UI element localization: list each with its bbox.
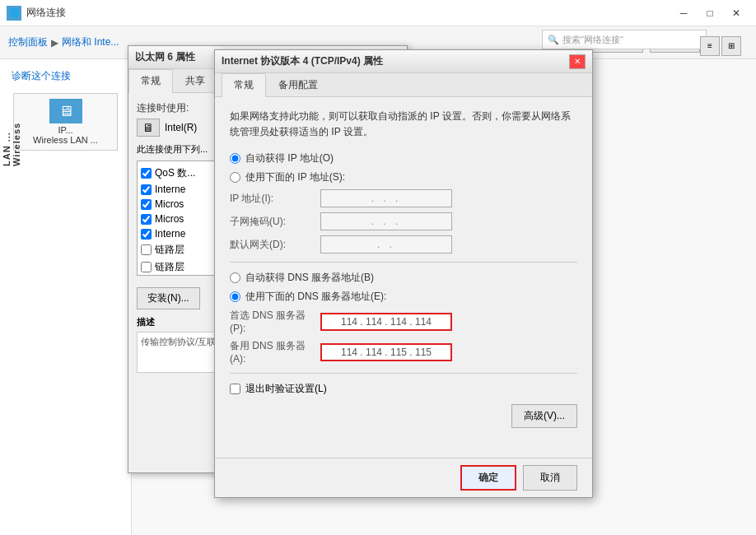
secondary-dns-input[interactable]: 114 . 114 . 115 . 115 (320, 343, 452, 361)
subnet-input[interactable]: . . . (320, 212, 452, 230)
cb-label-qos: QoS 数... (155, 166, 195, 180)
radio-manual-dns-label: 使用下面的 DNS 服务器地址(E): (245, 290, 386, 304)
advanced-row: 高级(V)... (230, 404, 577, 428)
radio-auto-dns-row: 自动获得 DNS 服务器地址(B) (230, 271, 577, 285)
ok-button[interactable]: 确定 (460, 465, 516, 491)
search-placeholder: 搜索"网络连接" (562, 34, 623, 46)
window-icon: 🌐 (7, 6, 21, 21)
view-grid-button[interactable]: ⊞ (721, 36, 741, 56)
gateway-label: 默认网关(D): (230, 238, 320, 252)
wireless-label: Wireless LAN ... (2, 107, 21, 166)
breadcrumb-network[interactable]: 网络和 Inte... (62, 35, 119, 49)
ipv4-titlebar: Internet 协议版本 4 (TCP/IPv4) 属性 ✕ (215, 50, 592, 73)
exit-validate-label: 退出时验证设置(L) (245, 382, 327, 396)
close-button[interactable]: ✕ (723, 2, 749, 25)
radio-manual-dns[interactable] (230, 291, 240, 302)
subnet-dots: . . . (371, 216, 402, 227)
cancel-button[interactable]: 取消 (523, 465, 577, 491)
gateway-input[interactable]: . . (320, 235, 452, 254)
window-title: 网络连接 (26, 6, 66, 20)
primary-dns-input[interactable]: 114 . 114 . 114 . 114 (320, 313, 452, 331)
search-bar[interactable]: 🔍 搜索"网络连接" (542, 30, 707, 49)
gateway-row: 默认网关(D): . . (230, 235, 577, 254)
ethernet-tab-share[interactable]: 共享 (173, 69, 217, 92)
radio-manual-ip[interactable] (230, 172, 240, 183)
radio-manual-ip-row: 使用下面的 IP 地址(S): (230, 170, 577, 184)
primary-dns-label: 首选 DNS 服务器(P): (230, 309, 320, 334)
radio-auto-dns[interactable] (230, 272, 240, 283)
dialog-buttons: 确定 取消 (215, 458, 592, 497)
secondary-dns-label: 备用 DNS 服务器(A): (230, 339, 320, 365)
main-titlebar: 🌐 网络连接 ─ □ ✕ (0, 0, 756, 26)
advanced-button[interactable]: 高级(V)... (511, 404, 577, 428)
divider-1 (230, 262, 577, 263)
ipv4-dialog: Internet 协议版本 4 (TCP/IPv4) 属性 ✕ 常规 备用配置 … (214, 49, 593, 498)
window-controls: ─ □ ✕ (670, 2, 749, 25)
radio-auto-ip-row: 自动获得 IP 地址(O) (230, 151, 577, 165)
divider-2 (230, 373, 577, 374)
ipv4-title-controls: ✕ (569, 54, 586, 69)
ipv4-body: 如果网络支持此功能，则可以获取自动指派的 IP 设置。否则，你需要从网络系统管理… (215, 97, 592, 440)
secondary-dns-value: 114 . 114 . 115 . 115 (341, 347, 432, 358)
ipv4-title: Internet 协议版本 4 (TCP/IPv4) 属性 (222, 54, 383, 68)
ipv4-tab-general[interactable]: 常规 (222, 73, 266, 97)
cb-label-micros2: Micros (155, 213, 184, 225)
breadcrumb-sep-1: ▶ (51, 37, 58, 49)
network-name: IP... (58, 125, 72, 135)
adapter-icon: 🖥 (137, 119, 160, 137)
adapter-name: Intel(R) (165, 122, 197, 133)
install-button[interactable]: 安装(N)... (137, 287, 200, 309)
ip-label: IP 地址(I): (230, 192, 320, 206)
view-controls: ≡ ⊞ (700, 36, 741, 56)
exit-validate-checkbox[interactable] (230, 384, 240, 394)
diagnose-link[interactable]: 诊断这个连接 (7, 66, 124, 86)
breadcrumb-home[interactable]: 控制面板 (8, 35, 48, 49)
radio-auto-ip-label: 自动获得 IP 地址(O) (245, 151, 334, 165)
ip-address-row: IP 地址(I): . . . (230, 189, 577, 207)
ip-address-input[interactable]: . . . (320, 189, 452, 207)
wireless-name: Wireless LAN ... (33, 135, 98, 145)
secondary-dns-row: 备用 DNS 服务器(A): 114 . 114 . 115 . 115 (230, 339, 577, 365)
primary-dns-value: 114 . 114 . 114 . 114 (341, 316, 432, 328)
subnet-mask-row: 子网掩码(U): . . . (230, 212, 577, 230)
radio-manual-ip-label: 使用下面的 IP 地址(S): (245, 170, 345, 184)
minimize-button[interactable]: ─ (670, 2, 697, 25)
radio-manual-dns-row: 使用下面的 DNS 服务器地址(E): (230, 290, 577, 304)
cb-label-internet2: Interne (155, 228, 185, 240)
cb-label-link2: 链路层 (155, 260, 184, 274)
search-icon: 🔍 (548, 35, 559, 45)
cb-label-micros1: Micros (155, 198, 184, 210)
ipv4-close-button[interactable]: ✕ (569, 54, 586, 69)
cb-label-internet: Interne (155, 184, 185, 195)
network-card[interactable]: 🖥 IP... Wireless LAN ... (13, 93, 118, 151)
breadcrumb: 控制面板 ▶ 网络和 Inte... (8, 35, 119, 49)
ipv4-description: 如果网络支持此功能，则可以获取自动指派的 IP 设置。否则，你需要从网络系统管理… (230, 109, 577, 140)
primary-dns-row: 首选 DNS 服务器(P): 114 . 114 . 114 . 114 (230, 309, 577, 334)
network-icon: 🖥 (49, 99, 82, 123)
cb-label-link1: 链路层 (155, 243, 184, 257)
view-list-button[interactable]: ≡ (700, 36, 720, 56)
radio-auto-ip[interactable] (230, 153, 240, 164)
gateway-dots: . . (377, 239, 395, 250)
ip-dots: . . . (371, 193, 402, 204)
radio-auto-dns-label: 自动获得 DNS 服务器地址(B) (245, 271, 374, 285)
ethernet-title: 以太网 6 属性 (135, 50, 195, 64)
exit-validate-row: 退出时验证设置(L) (230, 382, 577, 396)
ethernet-tab-general[interactable]: 常规 (128, 69, 173, 93)
ipv4-tabs: 常规 备用配置 (215, 73, 592, 97)
subnet-label: 子网掩码(U): (230, 215, 320, 229)
maximize-button[interactable]: □ (697, 2, 723, 25)
ipv4-tab-alternate[interactable]: 备用配置 (266, 73, 330, 96)
